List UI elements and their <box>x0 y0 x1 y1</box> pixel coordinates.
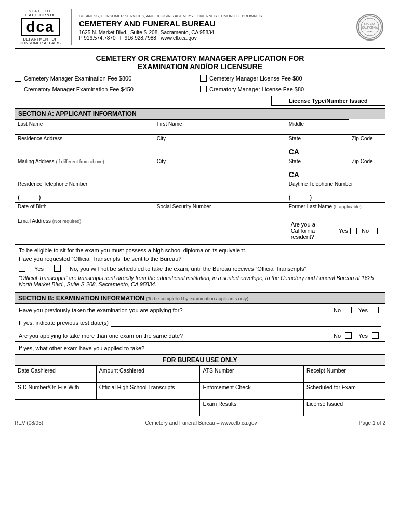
bureau-license-issued: License Issued <box>304 400 385 416</box>
q3-no-label: No <box>334 332 341 339</box>
section-b-q1-row: Have you previously taken the examinatio… <box>15 304 385 316</box>
yes-label: Yes <box>339 228 348 234</box>
fax: F 916.928.7988 <box>120 35 156 41</box>
section-b-q1-checks: No Yes <box>309 307 381 313</box>
q3-no-checkbox[interactable] <box>345 332 352 339</box>
footer-page: Page 1 of 2 <box>359 420 385 426</box>
city-label: City <box>157 136 283 141</box>
last-name-cell: Last Name <box>15 120 154 135</box>
residence-phone-cell: Residence Telephone Number ( ) <box>15 180 286 203</box>
middle-label: Middle <box>289 121 346 127</box>
header-address: 1625 N. Market Blvd., Suite S-208, Sacra… <box>79 30 354 35</box>
phone: P 916.574.7870 <box>79 35 115 41</box>
transcripts-question: Have you requested “Official Transcripts… <box>19 256 381 262</box>
mailing-row: Mailing Address (If different from above… <box>15 157 385 180</box>
zip-cell: Zip Code <box>349 135 385 157</box>
bureau-date-cashiered: Date Cashiered <box>15 366 97 383</box>
dob-ssn-row: Date of Birth Social Security Number For… <box>15 203 385 217</box>
eligibility-text: To be eligible to sit for the exam you m… <box>19 247 381 254</box>
section-b-q3-label: Are you applying to take more than one e… <box>19 332 309 339</box>
form-title-line2: EXAMINATION AND/OR LICENSURE <box>15 62 385 71</box>
state-label: State <box>289 136 346 141</box>
bureau-receipt-number: Receipt Number <box>304 366 385 383</box>
q1-yes-label: Yes <box>358 307 368 313</box>
transcripts-note: “Official Transcripts” are transcripts s… <box>19 275 381 287</box>
section-b-q3-checks: No Yes <box>309 332 381 339</box>
bureau-sid: SID Number/On File With <box>15 383 97 400</box>
section-b-note: (To be completed by examination applican… <box>146 296 248 301</box>
bureau-row-3: Exam Results License Issued <box>15 400 385 416</box>
transcripts-yes-label: Yes <box>34 265 44 272</box>
dca-letters: dca <box>21 18 59 36</box>
former-name-label: Former Last Name (If applicable) <box>289 204 382 209</box>
transcripts-no-label: No, you will not be scheduled to take th… <box>70 265 306 272</box>
option-crematory-exam-label: Crematory Manager Examination Fee $450 <box>24 86 134 92</box>
bureau-amount-cashiered: Amount Cashiered <box>96 366 200 383</box>
dob-label: Date of Birth <box>18 204 151 209</box>
ca-resident-yes-checkbox[interactable] <box>350 228 357 234</box>
mailing-zip-label: Zip Code <box>352 158 382 164</box>
bureau-transcripts: Official High School Transcripts <box>96 383 200 400</box>
email-label: Email Address (Not required) <box>18 218 283 224</box>
bureau-row-2: SID Number/On File With Official High Sc… <box>15 383 385 400</box>
ca-resident-no-checkbox[interactable] <box>371 228 378 234</box>
transcripts-no-checkbox[interactable] <box>54 265 61 272</box>
dob-cell: Date of Birth <box>15 203 154 217</box>
mailing-address-cell: Mailing Address (If different from above… <box>15 157 154 180</box>
residence-phone-label: Residence Telephone Number <box>18 181 283 187</box>
checkbox-cemetery-exam[interactable] <box>15 75 21 82</box>
mailing-state-cell: State CA <box>286 157 349 180</box>
first-name-cell: First Name <box>154 120 286 135</box>
middle-cell: Middle <box>286 120 349 135</box>
bureau-ats-number: ATS Number <box>200 366 304 383</box>
option-crematory-exam: Crematory Manager Examination Fee $450 <box>15 85 200 94</box>
q2-input[interactable] <box>111 318 381 327</box>
daytime-phone-number[interactable] <box>313 194 339 201</box>
option-cemetery-license: Cemetery Manager License Fee $80 <box>200 74 385 83</box>
daytime-phone-input: ( ) <box>289 193 339 201</box>
residence-phone-number[interactable] <box>42 194 68 201</box>
q1-no-label: No <box>334 307 341 313</box>
bureau-row-1: Date Cashiered Amount Cashiered ATS Numb… <box>15 366 385 383</box>
checkbox-crematory-exam[interactable] <box>15 86 21 92</box>
seal-svg: STATE OF CALIFORNIA SEAL <box>357 15 382 39</box>
section-b-q3-row: Are you applying to take more than one e… <box>15 329 385 342</box>
svg-text:SEAL: SEAL <box>367 30 373 33</box>
name-row: Last Name First Name Middle <box>15 120 385 135</box>
mailing-zip-cell: Zip Code <box>349 157 385 180</box>
svg-text:STATE OF: STATE OF <box>364 22 376 25</box>
transcripts-yes-checkbox[interactable] <box>19 265 25 272</box>
eligibility-section: To be eligible to sit for the exam you m… <box>15 245 385 290</box>
bureau-enforcement: Enforcement Check <box>200 383 304 400</box>
bureau-blank-1 <box>15 400 200 416</box>
state-seal: STATE OF CALIFORNIA SEAL <box>356 14 383 41</box>
q3-yes-checkbox[interactable] <box>372 332 379 339</box>
bureau-use-header: FOR BUREAU USE ONLY <box>15 355 385 366</box>
q1-no-checkbox[interactable] <box>345 307 352 313</box>
header: STATE OF CALIFORNIA dca DEPARTMENT OF CO… <box>15 9 385 49</box>
mailing-state-value: CA <box>289 170 346 179</box>
form-title: CEMETERY OR CREMATORY MANAGER APPLICATIO… <box>15 54 385 71</box>
q1-yes-checkbox[interactable] <box>372 307 379 313</box>
daytime-area-code[interactable] <box>292 194 309 201</box>
residence-area-code[interactable] <box>21 194 37 201</box>
q4-input[interactable] <box>146 344 381 352</box>
email-cell: Email Address (Not required) <box>15 217 286 245</box>
ssn-label: Social Security Number <box>157 204 283 209</box>
bureau-exam-results: Exam Results <box>200 400 304 416</box>
no-label: No <box>362 228 369 234</box>
website: www.cfb.ca.gov <box>161 35 196 41</box>
transcripts-yes-no-row: Yes No, you will not be scheduled to tak… <box>19 265 381 272</box>
seal-area: STATE OF CALIFORNIA SEAL <box>354 14 385 41</box>
zip-label: Zip Code <box>352 136 382 141</box>
mailing-city-cell: City <box>154 157 286 180</box>
form-title-line1: CEMETERY OR CREMATORY MANAGER APPLICATIO… <box>15 54 385 62</box>
q2-label: If yes, indicate previous test date(s) <box>19 320 109 326</box>
checkbox-crematory-license[interactable] <box>200 86 207 92</box>
section-b-q4-row: If yes, what other exam have you applied… <box>15 342 385 355</box>
ca-resident-yes-no: Yes No <box>339 228 380 234</box>
q3-yes-label: Yes <box>358 332 368 339</box>
section-b-q2-row: If yes, indicate previous test date(s) <box>15 316 385 329</box>
license-type-row: License Type/Number Issued <box>15 96 385 106</box>
checkbox-cemetery-license[interactable] <box>200 75 207 82</box>
